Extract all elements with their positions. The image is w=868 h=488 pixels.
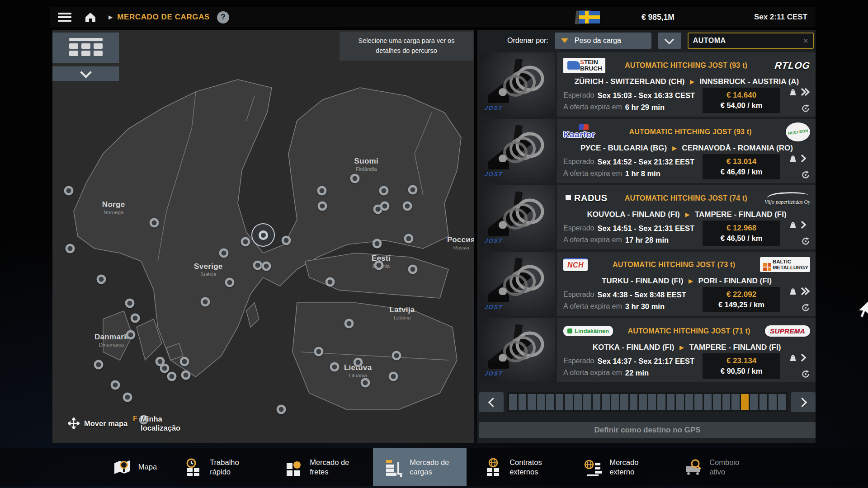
city-marker[interactable] [97, 275, 106, 284]
page-block[interactable] [750, 394, 758, 410]
next-page-button[interactable] [791, 392, 816, 412]
page-block[interactable] [593, 394, 601, 410]
page-block[interactable] [565, 394, 573, 410]
cargo-map[interactable]: NorgeNoruegaSverigeSuéciaSuomiFinlândiaE… [52, 30, 474, 443]
page-block[interactable] [546, 394, 554, 410]
page-block[interactable] [648, 394, 656, 410]
cargo-offer-row[interactable]: JOST STEIN BRUCH AUTOMATIC HITCHING JOST… [479, 52, 816, 117]
city-marker[interactable] [317, 186, 326, 195]
page-block[interactable] [657, 394, 665, 410]
sort-expand-button[interactable] [658, 33, 681, 49]
page-block[interactable] [676, 394, 684, 410]
city-marker[interactable] [379, 186, 389, 195]
cargo-offer-row[interactable]: JOST RADUS AUTOMATIC HITCHING JOST (74 t… [479, 185, 816, 249]
city-marker[interactable] [353, 357, 363, 367]
cargo-offer-row[interactable]: JOST Kaarfor AUTOMATIC HITCHING JOST (93… [479, 119, 816, 183]
city-marker[interactable] [181, 371, 191, 380]
city-marker[interactable] [123, 393, 132, 402]
sort-dropdown[interactable]: Peso da carga [555, 33, 651, 49]
city-marker[interactable] [404, 234, 413, 244]
city-marker[interactable] [408, 185, 417, 194]
set-gps-destination-button[interactable]: Definir como destino no GPS [479, 422, 816, 438]
nav-mapa[interactable]: Mapa [102, 448, 167, 486]
city-marker[interactable] [225, 278, 235, 287]
city-marker[interactable] [253, 260, 262, 270]
page-block[interactable] [620, 394, 628, 410]
pagination-track[interactable] [507, 392, 788, 412]
page-block[interactable] [639, 394, 647, 410]
page-block[interactable] [583, 394, 591, 410]
page-block[interactable] [704, 394, 712, 410]
city-marker[interactable] [167, 371, 176, 381]
page-block[interactable] [611, 394, 619, 410]
city-marker[interactable] [201, 297, 210, 307]
city-marker[interactable] [402, 202, 412, 211]
page-block[interactable] [528, 394, 536, 410]
help-button[interactable]: ? [217, 11, 229, 23]
page-block[interactable] [509, 394, 517, 410]
city-marker[interactable] [179, 357, 189, 366]
page-block[interactable] [778, 394, 786, 410]
prev-page-button[interactable] [479, 392, 504, 412]
home-button[interactable] [84, 11, 97, 23]
page-block[interactable] [694, 394, 703, 410]
page-block[interactable] [769, 394, 777, 410]
page-block[interactable] [537, 394, 545, 410]
page-block[interactable] [760, 394, 768, 410]
nav-mercado-de-fretes[interactable]: Mercado de fretes [273, 448, 367, 486]
trailer-config-button[interactable] [52, 33, 119, 63]
city-marker[interactable] [241, 237, 250, 246]
page-block[interactable] [630, 394, 638, 410]
cargo-offer-row[interactable]: JOST NCH AUTOMATIC HITCHING JOST (73 t) … [479, 252, 816, 316]
page-block[interactable] [602, 394, 610, 410]
city-marker[interactable] [94, 360, 103, 370]
city-marker[interactable] [361, 378, 370, 387]
my-location-button[interactable]: F Minha localização [133, 414, 188, 433]
nav-contratos-externos[interactable]: Contratos externos [473, 448, 566, 486]
page-block[interactable] [685, 394, 693, 410]
city-marker[interactable] [282, 236, 291, 245]
nav-mercado-de-cargas[interactable]: Mercado de cargas [373, 448, 467, 486]
collapse-panel-button[interactable] [52, 66, 119, 81]
page-block[interactable] [556, 394, 564, 410]
search-input[interactable]: AUTOMA × [688, 33, 814, 49]
page-block[interactable] [519, 394, 527, 410]
city-marker[interactable] [130, 313, 140, 323]
city-marker[interactable] [126, 330, 136, 339]
city-marker[interactable] [350, 174, 360, 183]
page-block[interactable] [731, 394, 740, 410]
city-marker[interactable] [277, 404, 286, 414]
city-marker[interactable] [374, 260, 384, 270]
city-marker[interactable] [149, 218, 159, 227]
city-marker[interactable] [125, 299, 135, 308]
city-marker[interactable] [344, 319, 354, 328]
city-marker[interactable] [219, 248, 229, 258]
nav-mercado-externo[interactable]: Mercado externo [573, 448, 666, 486]
move-map-button[interactable]: Mover mapa [68, 418, 127, 429]
city-marker[interactable] [330, 362, 340, 371]
cargo-offer-row[interactable]: JOST Lindakäinen AUTOMATIC HITCHING JOST… [479, 318, 816, 382]
nav-trabalho-rapido[interactable]: Trabalho rápido [173, 448, 267, 486]
city-marker[interactable] [66, 244, 75, 253]
page-block[interactable] [713, 394, 721, 410]
city-marker[interactable] [318, 202, 327, 211]
page-block[interactable] [667, 394, 675, 410]
page-block[interactable] [741, 394, 749, 410]
clear-search-icon[interactable]: × [803, 36, 808, 45]
page-block[interactable] [722, 394, 731, 410]
city-marker[interactable] [372, 239, 382, 248]
city-marker[interactable] [380, 202, 390, 211]
city-marker[interactable] [160, 364, 169, 373]
city-marker[interactable] [408, 265, 417, 274]
city-marker[interactable] [64, 186, 74, 195]
hamburger-menu-icon[interactable] [58, 13, 71, 22]
page-block[interactable] [574, 394, 582, 410]
city-marker[interactable] [110, 380, 120, 390]
selected-marker[interactable] [251, 223, 275, 247]
city-marker[interactable] [388, 371, 398, 381]
city-marker[interactable] [326, 277, 335, 287]
city-marker[interactable] [262, 261, 271, 271]
city-marker[interactable] [392, 351, 401, 361]
nav-comboio-ativo[interactable]: Comboio ativo [673, 448, 766, 486]
city-marker[interactable] [314, 347, 324, 357]
